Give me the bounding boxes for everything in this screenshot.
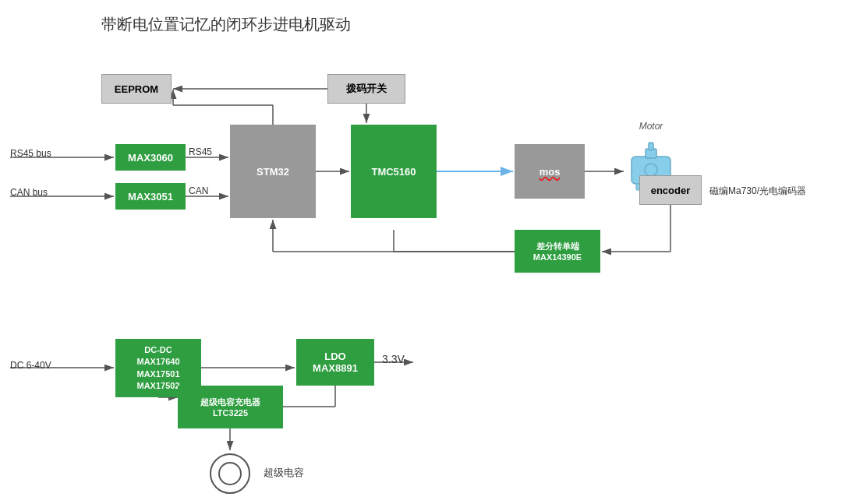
dc-input-label: DC 6-40V [10, 360, 51, 371]
encoder-block: encoder [639, 175, 702, 205]
tmc5160-block: TMC5160 [351, 125, 437, 218]
v33-label: 3.3V [382, 353, 405, 365]
ldo-block: LDO MAX8891 [296, 339, 374, 386]
diff-converter-block: 差分转单端 MAX14390E [515, 230, 600, 273]
supercap-charger-block: 超级电容充电器 LTC3225 [178, 386, 283, 428]
max3051-block: MAX3051 [115, 183, 186, 210]
svg-rect-31 [649, 143, 653, 150]
svg-point-36 [219, 463, 241, 485]
can-label: CAN [189, 185, 208, 196]
mos-block: mos [515, 144, 585, 199]
eeprom-block: EEPROM [101, 74, 172, 104]
rs45-label: RS45 [189, 146, 212, 157]
rotary-switch-block: 拨码开关 [327, 74, 405, 104]
diagram: 带断电位置记忆的闭环步进电机驱动 [0, 0, 842, 504]
supercap-label: 超级电容 [264, 466, 304, 480]
capacitor-symbol [207, 450, 253, 497]
max3060-block: MAX3060 [115, 144, 186, 171]
page-title: 带断电位置记忆的闭环步进电机驱动 [101, 14, 351, 35]
can-bus-label: CAN bus [10, 187, 48, 198]
stm32-block: STM32 [230, 125, 316, 218]
encoder-description: 磁编Ma730/光电编码器 [709, 185, 806, 198]
rs45-bus-label: RS45 bus [10, 148, 51, 159]
